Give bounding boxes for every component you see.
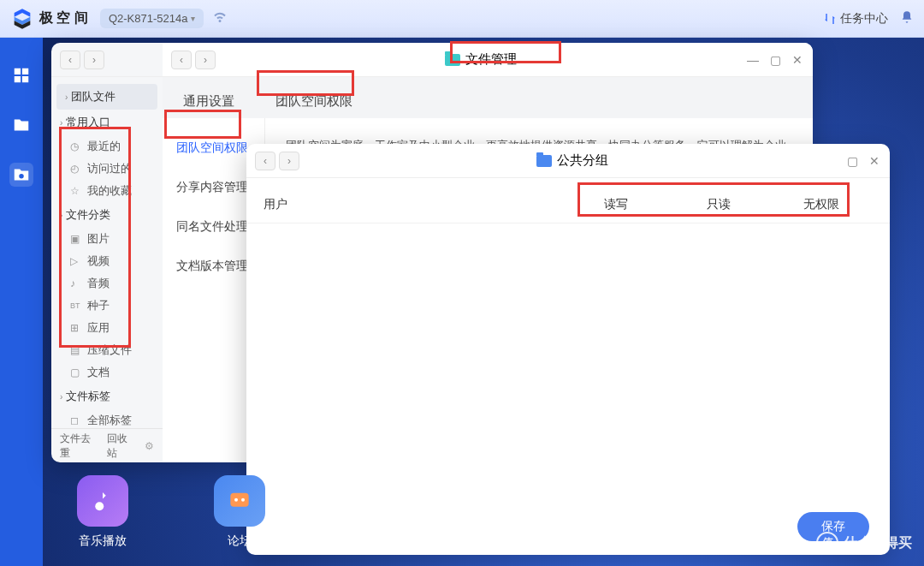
maximize-button[interactable]: ▢: [768, 53, 782, 67]
dock-files[interactable]: [9, 113, 33, 137]
svg-point-3: [234, 498, 238, 502]
sidebar-videos-label: 视频: [87, 253, 110, 269]
nav-forward-button[interactable]: ›: [195, 51, 216, 69]
app-forum[interactable]: 论坛: [214, 475, 265, 549]
sidebar-videos[interactable]: ▷视频: [51, 250, 163, 272]
folder-icon: [536, 155, 552, 167]
fm-title: 文件管理: [216, 51, 746, 68]
sidebar-bt[interactable]: BT种子: [51, 295, 163, 317]
sidebar-visited[interactable]: ◴访问过的: [51, 158, 163, 180]
nav-back-button[interactable]: ‹: [255, 152, 275, 170]
maximize-button[interactable]: ▢: [845, 154, 859, 168]
col-user: 用户: [264, 197, 565, 212]
sidebar-favorites-label: 我的收藏: [87, 183, 132, 199]
svg-point-1: [95, 502, 104, 510]
history-icon: ◴: [70, 163, 82, 175]
fm-title-text: 文件管理: [465, 51, 517, 68]
audio-icon: ♪: [70, 277, 82, 289]
video-icon: ▷: [70, 255, 82, 267]
dock-dashboard[interactable]: [9, 63, 33, 87]
sidebar-bt-label: 种子: [87, 298, 110, 313]
close-button[interactable]: ✕: [868, 154, 881, 168]
sidebar-audio[interactable]: ♪音频: [51, 272, 163, 295]
footer-dedupe[interactable]: 文件去重: [60, 432, 97, 461]
tab-general[interactable]: 通用设置: [163, 85, 255, 118]
logo-icon: [10, 7, 34, 31]
nav-back-button[interactable]: ‹: [171, 51, 192, 69]
clock-icon: ◷: [70, 140, 82, 152]
file-footer: 文件去重 回收站 ⚙: [51, 428, 163, 462]
sidebar-recent-label: 最近的: [87, 139, 121, 154]
col-none: 无权限: [770, 197, 873, 212]
sidebar-team-files[interactable]: › 团队文件: [56, 84, 157, 110]
sidebar-recent[interactable]: ◷最近的: [51, 135, 163, 158]
brand-logo: 极 空 间: [10, 7, 88, 31]
sidebar-docs-label: 文档: [87, 365, 110, 380]
pg-title: 公共分组: [299, 152, 845, 169]
col-readwrite: 读写: [565, 197, 667, 212]
col-readonly: 只读: [667, 197, 770, 212]
task-center-label: 任务中心: [840, 11, 888, 27]
left-dock: [0, 38, 43, 566]
sidebar-file-tags-label: 文件标签: [66, 389, 110, 404]
sidebar-apps-label: 应用: [87, 320, 110, 336]
sidebar-audio-label: 音频: [87, 276, 110, 291]
sidebar-archive[interactable]: ▤压缩文件: [51, 339, 163, 361]
svg-rect-2: [230, 493, 248, 507]
minimize-button[interactable]: —: [746, 53, 760, 67]
doc-icon: ▢: [70, 366, 82, 378]
app-launcher: 音乐播放 论坛: [77, 475, 265, 549]
chevron-right-icon: ›: [60, 118, 62, 128]
nav-forward-button[interactable]: ›: [84, 51, 104, 69]
transfer-icon: [823, 12, 837, 26]
svg-point-4: [241, 498, 245, 502]
pg-table-header: 用户 读写 只读 无权限: [246, 187, 890, 223]
watermark-text: 什么值得买: [844, 534, 912, 552]
chevron-right-icon: ›: [65, 92, 68, 102]
sidebar-archive-label: 压缩文件: [87, 343, 132, 358]
bell-icon[interactable]: [900, 10, 914, 27]
sidebar-favorites[interactable]: ☆我的收藏: [51, 180, 163, 202]
app-music[interactable]: 音乐播放: [77, 475, 128, 549]
watermark-icon: 值: [816, 532, 838, 554]
topbar-right: 任务中心: [823, 10, 914, 27]
sidebar-common-entry-label: 常用入口: [66, 115, 110, 130]
sidebar-images-label: 图片: [87, 231, 110, 247]
sidebar-team-files-label: 团队文件: [71, 89, 116, 104]
gear-icon[interactable]: ⚙: [145, 440, 154, 452]
music-icon: [77, 475, 128, 527]
nav-back-button[interactable]: ‹: [60, 51, 80, 69]
tag-icon: ◻: [70, 414, 82, 426]
task-center-button[interactable]: 任务中心: [823, 11, 888, 27]
sidebar-file-category[interactable]: › 文件分类: [51, 202, 163, 228]
sidebar-file-tags[interactable]: › 文件标签: [51, 384, 163, 409]
fm-tabs: 通用设置 团队空间权限: [163, 77, 813, 118]
device-selector[interactable]: Q2-K871-5214a ▾: [100, 9, 204, 28]
sidebar-apps[interactable]: ⊞应用: [51, 317, 163, 339]
sidebar-all-tags-label: 全部标签: [87, 413, 132, 428]
sidebar-images[interactable]: ▣图片: [51, 228, 163, 250]
tab-team-permission[interactable]: 团队空间权限: [255, 85, 373, 118]
public-group-window: ‹ › 公共分组 ▢ ✕ 用户 读写 只读 无权限 保存: [246, 144, 890, 555]
app-music-label: 音乐播放: [79, 533, 127, 549]
sidebar-common-entry[interactable]: › 常用入口: [51, 110, 163, 135]
bt-icon: BT: [70, 301, 82, 310]
app-forum-label: 论坛: [228, 533, 252, 549]
forum-icon: [214, 475, 265, 527]
chevron-right-icon: ›: [60, 392, 62, 402]
app-icon: ⊞: [70, 322, 82, 334]
file-sidebar: › 团队文件 › 常用入口 ◷最近的 ◴访问过的 ☆我的收藏 › 文件分类 ▣图…: [51, 77, 163, 428]
sidebar-docs[interactable]: ▢文档: [51, 361, 163, 384]
chevron-right-icon: ›: [60, 211, 62, 220]
fm-header: ‹ › 文件管理 — ▢ ✕: [163, 43, 813, 77]
svg-point-0: [19, 174, 24, 179]
footer-recycle[interactable]: 回收站: [107, 432, 134, 461]
nav-forward-button[interactable]: ›: [279, 152, 299, 170]
wifi-icon: [212, 9, 228, 28]
dock-team[interactable]: [9, 163, 33, 187]
watermark: 值 什么值得买: [816, 532, 912, 554]
sidebar-all-tags[interactable]: ◻全部标签: [51, 409, 163, 428]
image-icon: ▣: [70, 233, 82, 245]
close-button[interactable]: ✕: [791, 53, 804, 67]
folder-icon: [445, 54, 460, 66]
